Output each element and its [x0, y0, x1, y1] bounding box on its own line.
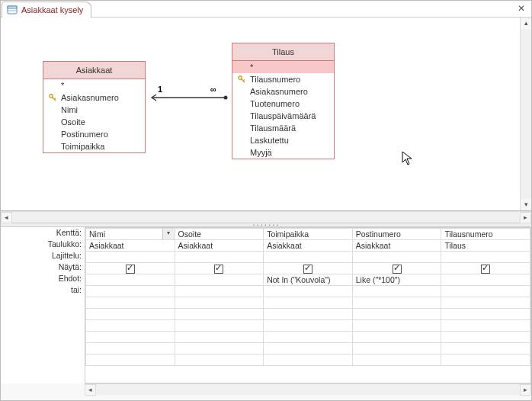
table-tilaus[interactable]: Tilaus * Tilausnumero Asiakasnumero Tuot…: [232, 43, 335, 159]
field-tilausnumero[interactable]: Tilausnumero: [232, 73, 334, 85]
checkbox[interactable]: [126, 265, 135, 274]
scroll-right-icon[interactable]: ▸: [520, 384, 531, 396]
key-icon: [237, 75, 246, 83]
cell-table-0[interactable]: Asiakkaat: [86, 240, 175, 252]
label-sort: Lajittelu:: [52, 250, 85, 261]
query-design-window: Asiakkaat kysely ✕ Asiakkaat * Asiakasnu…: [0, 0, 532, 401]
dropdown-icon[interactable]: ▾: [162, 229, 175, 239]
relationship-right-label: ∞: [210, 85, 216, 94]
cell-table-4[interactable]: Tilaus: [441, 240, 530, 252]
cell-criteria-2[interactable]: Not In ("Kouvola"): [264, 274, 353, 286]
design-grid[interactable]: Nimi▾ Osoite Toimipaikka Postinumero Til…: [85, 227, 531, 383]
cell-table-3[interactable]: Asiakkaat: [352, 240, 441, 252]
scroll-left-icon[interactable]: ◂: [85, 384, 96, 396]
field-star[interactable]: *: [232, 61, 334, 73]
key-icon: [48, 94, 57, 101]
svg-line-5: [54, 98, 56, 100]
cell-criteria-1[interactable]: [175, 274, 264, 286]
label-show: Näytä:: [59, 261, 85, 273]
svg-point-10: [224, 96, 228, 100]
row-field: Nimi▾ Osoite Toimipaikka Postinumero Til…: [86, 229, 530, 240]
cursor-icon: [402, 151, 414, 168]
cell-field-0[interactable]: Nimi▾: [86, 229, 175, 240]
row-or: [86, 286, 530, 297]
label-criteria: Ehdot:: [59, 273, 85, 284]
cell-show-4[interactable]: [441, 263, 530, 274]
field-tilausmaara[interactable]: Tilausmäärä: [232, 122, 334, 134]
row-criteria: Not In ("Kouvola") Like ("*100"): [86, 274, 530, 286]
field-postinumero[interactable]: Postinumero: [43, 128, 145, 140]
field-nimi[interactable]: Nimi: [43, 104, 145, 116]
svg-rect-1: [8, 6, 17, 8]
row-sort: [86, 252, 530, 263]
cell-table-2[interactable]: Asiakkaat: [264, 240, 353, 252]
cell-criteria-3[interactable]: Like ("*100"): [352, 274, 441, 286]
field-myyja[interactable]: Myyjä: [232, 146, 334, 159]
label-field: Kenttä:: [56, 227, 85, 239]
field-star[interactable]: *: [43, 79, 145, 91]
design-grid-pane: Kenttä: Taulukko: Lajittelu: Näytä: Ehdo…: [1, 227, 531, 383]
cell-field-3[interactable]: Postinumero: [352, 229, 441, 240]
table-asiakkaat[interactable]: Asiakkaat * Asiakasnumero Nimi Osoite Po…: [43, 61, 146, 153]
cell-show-2[interactable]: [264, 263, 353, 274]
cell-criteria-4[interactable]: [441, 274, 530, 286]
scroll-right-icon[interactable]: ▸: [520, 212, 531, 223]
checkbox[interactable]: [481, 265, 490, 274]
checkbox[interactable]: [393, 265, 402, 274]
cell-show-3[interactable]: [352, 263, 441, 274]
diagram-vscroll[interactable]: ▴ ▾: [520, 18, 531, 210]
field-tilauspaivamaara[interactable]: Tilauspäivämäärä: [232, 110, 334, 122]
relationship-left-label: 1: [158, 85, 162, 94]
scroll-up-icon[interactable]: ▴: [521, 18, 531, 29]
row-show: [86, 263, 530, 274]
cell-field-4[interactable]: Tilausnumero: [441, 229, 530, 240]
row-table: Asiakkaat Asiakkaat Asiakkaat Asiakkaat …: [86, 240, 530, 252]
query-tab[interactable]: Asiakkaat kysely: [2, 2, 91, 18]
field-asiakasnumero-r[interactable]: Asiakasnumero: [232, 85, 334, 98]
cell-show-1[interactable]: [175, 263, 264, 274]
titlebar: Asiakkaat kysely ✕: [1, 1, 531, 18]
close-button[interactable]: ✕: [514, 2, 528, 16]
cell-field-2[interactable]: Toimipaikka: [264, 229, 353, 240]
grid-row-labels: Kenttä: Taulukko: Lajittelu: Näytä: Ehdo…: [1, 227, 85, 383]
tab-title: Asiakkaat kysely: [21, 5, 83, 14]
checkbox[interactable]: [214, 265, 223, 274]
label-table: Taulukko:: [48, 239, 85, 250]
scroll-down-icon[interactable]: ▾: [521, 199, 531, 210]
svg-line-8: [243, 80, 245, 82]
scroll-left-icon[interactable]: ◂: [1, 212, 12, 223]
field-tuotenumero[interactable]: Tuotenumero: [232, 98, 334, 110]
cell-show-0[interactable]: [86, 263, 175, 274]
table-header: Asiakkaat: [43, 62, 145, 79]
grid-hscroll[interactable]: ◂ ▸: [85, 383, 531, 395]
cell-criteria-0[interactable]: [86, 274, 175, 286]
cell-table-1[interactable]: Asiakkaat: [175, 240, 264, 252]
query-icon: [7, 5, 18, 15]
relationship-line[interactable]: [146, 92, 232, 103]
table-header: Tilaus: [232, 43, 334, 61]
field-toimipaikka[interactable]: Toimipaikka: [43, 140, 145, 152]
label-or: tai:: [71, 284, 85, 296]
checkbox[interactable]: [303, 265, 312, 274]
diagram-pane[interactable]: Asiakkaat * Asiakasnumero Nimi Osoite Po…: [1, 18, 531, 211]
cell-field-1[interactable]: Osoite: [175, 229, 264, 240]
field-osoite[interactable]: Osoite: [43, 116, 145, 128]
field-laskutettu[interactable]: Laskutettu: [232, 134, 334, 146]
field-asiakasnumero[interactable]: Asiakasnumero: [43, 91, 145, 104]
diagram-hscroll[interactable]: ◂ ▸: [1, 211, 531, 223]
